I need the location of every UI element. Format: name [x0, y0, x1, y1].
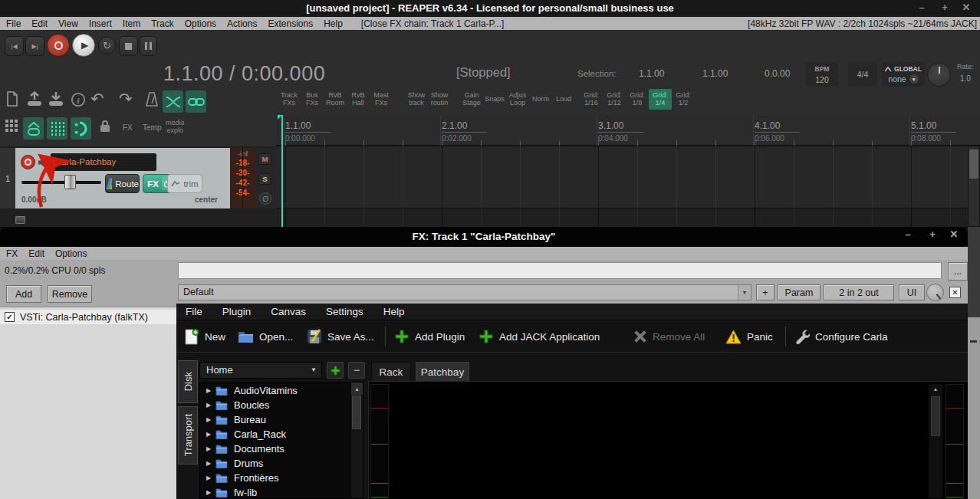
fx-menu-options[interactable]: Options: [55, 248, 87, 259]
ui-toggle-button[interactable]: UI: [899, 284, 925, 300]
track-folder-icon[interactable]: [15, 216, 25, 224]
toggle-grid-1-12[interactable]: Grid:1/12: [603, 89, 626, 107]
toggle-mast-fxs[interactable]: MastFXs: [370, 89, 393, 107]
carla-panic-button[interactable]: Panic: [725, 325, 773, 348]
stop-button[interactable]: [119, 36, 138, 56]
location-dropdown-icon[interactable]: ▼: [311, 363, 317, 378]
toggle-rvb-room[interactable]: RvBRoom: [324, 89, 347, 107]
expand-icon[interactable]: ▶: [206, 402, 215, 409]
fx-maximize-button[interactable]: +: [925, 227, 940, 244]
phase-button[interactable]: ∅: [259, 192, 271, 205]
expand-icon[interactable]: ▶: [206, 445, 215, 452]
route-button[interactable]: Route: [105, 174, 140, 193]
expand-icon[interactable]: ▶: [206, 387, 215, 394]
open-project-icon[interactable]: [26, 91, 43, 108]
tab-patchbay-active[interactable]: Patchbay: [416, 362, 469, 382]
track-pan-value[interactable]: center: [183, 195, 218, 204]
patchbay-canvas[interactable]: ▲: [368, 381, 968, 499]
transport-time-display[interactable]: 1.1.00 / 0:00.000: [163, 62, 325, 86]
toggle-grid-1-8[interactable]: Grid:1/8: [626, 89, 649, 107]
carla-add-plugin-button[interactable]: Add Plugin: [394, 325, 465, 348]
grid-lines-icon[interactable]: [47, 117, 67, 140]
fx-minimize-button[interactable]: –: [900, 227, 916, 244]
undo-icon[interactable]: ↶: [90, 90, 104, 108]
toggle-rvb-hall[interactable]: RvBHall: [347, 89, 370, 107]
selection-end[interactable]: 1.1.00: [702, 68, 728, 79]
tree-item-drums[interactable]: ▶Drums: [200, 456, 352, 471]
repeat-button[interactable]: ↻: [98, 37, 116, 54]
fx-more-button[interactable]: ...: [948, 262, 968, 281]
toggle-grid-1-2[interactable]: Grid:1/2: [672, 89, 695, 107]
remove-location-button[interactable]: −: [348, 362, 365, 379]
carla-open-button[interactable]: Open...: [238, 325, 293, 348]
toggle-adjust-loop[interactable]: AdjusLoop: [506, 89, 529, 107]
selection-start[interactable]: 1.1.00: [639, 68, 664, 79]
go-to-end-button[interactable]: ▶|: [25, 36, 44, 56]
param-button[interactable]: Param: [778, 284, 821, 300]
scrollbar-thumb[interactable]: [352, 396, 361, 429]
global-automation-box[interactable]: GLOBAL none ▼: [882, 62, 925, 87]
tree-item-audiovitamins[interactable]: ▶AudioVitamins: [200, 383, 352, 398]
carla-remove-all-button[interactable]: Remove All: [633, 325, 705, 348]
track-meter[interactable]: -inf -18- -30- -42- -54-: [230, 148, 255, 208]
menu-track[interactable]: Track: [151, 18, 174, 29]
toggle-track-fxs[interactable]: TrackFXs: [278, 89, 301, 107]
scroll-up-icon[interactable]: ▲: [929, 384, 942, 394]
save-project-icon[interactable]: [48, 91, 64, 108]
time-signature-box[interactable]: 4/4: [848, 62, 877, 87]
scrollbar-thumb[interactable]: [931, 396, 940, 436]
tab-rack[interactable]: Rack: [371, 362, 411, 382]
fx-remove-button[interactable]: Remove: [48, 285, 92, 303]
fx-chain-item[interactable]: ✓ VSTi: Carla-Patchbay (falkTX): [0, 310, 176, 324]
fx-close-button[interactable]: ✕: [946, 227, 962, 244]
menu-actions[interactable]: Actions: [227, 18, 257, 29]
envelope-link-icon[interactable]: [23, 117, 44, 140]
canvas-scrollbar[interactable]: ▲: [929, 384, 942, 498]
tree-item-carla-rack[interactable]: ▶Carla_Rack: [200, 427, 352, 442]
carla-menu-settings[interactable]: Settings: [326, 306, 363, 317]
bypass-checkbox[interactable]: ✕: [949, 287, 961, 298]
fx-window-titlebar[interactable]: FX: Track 1 "Carla-Patchbay" – + ✕: [0, 227, 968, 247]
window-minimize-button[interactable]: –: [914, 0, 929, 17]
tempo-shortcut-label[interactable]: Temp: [143, 123, 161, 132]
toggle-bus-fxs[interactable]: BusFXs: [301, 89, 324, 107]
timeline-ruler[interactable]: 1.1.000:00.000 2.1.000:02.000 3.1.000:04…: [276, 115, 980, 146]
fx-chain-list[interactable]: ✓ VSTi: Carla-Patchbay (falkTX): [0, 307, 176, 499]
toggle-grid-1-16[interactable]: Grid:1/16: [580, 89, 603, 107]
carla-menu-plugin[interactable]: Plugin: [222, 306, 252, 317]
fx-add-button[interactable]: Add: [6, 285, 41, 303]
location-dropdown[interactable]: Home ▼: [199, 362, 322, 379]
toggle-show-track[interactable]: Showtrack: [405, 89, 428, 107]
scrollbar-thumb[interactable]: [969, 149, 978, 179]
expand-icon[interactable]: ▶: [206, 474, 215, 481]
carla-menu-help[interactable]: Help: [383, 306, 405, 317]
rate-value[interactable]: 1.0: [960, 74, 971, 83]
io-routing-button[interactable]: 2 in 2 out: [824, 284, 894, 300]
arrange-vertical-scrollbar[interactable]: [968, 146, 980, 227]
tree-item-fw-lib[interactable]: ▶fw-lib: [200, 485, 352, 499]
toggle-loud[interactable]: Loud: [552, 89, 575, 103]
media-explorer-label[interactable]: mediaexplo: [166, 119, 185, 134]
redo-icon[interactable]: ↷: [119, 90, 133, 108]
carla-menu-canvas[interactable]: Canvas: [271, 306, 306, 317]
tree-item-frontieres[interactable]: ▶Frontières: [200, 471, 352, 485]
menu-extensions[interactable]: Extensions: [268, 18, 313, 29]
carla-configure-button[interactable]: Configure Carla: [794, 325, 888, 348]
global-dropdown-icon[interactable]: ▼: [909, 74, 919, 84]
new-project-icon[interactable]: [6, 91, 18, 107]
tab-disk[interactable]: Disk: [178, 360, 198, 403]
project-settings-icon[interactable]: i: [71, 92, 86, 107]
playrate-knob[interactable]: [927, 63, 951, 87]
carla-save-as-button[interactable]: Save As...: [307, 325, 374, 348]
toggle-norm[interactable]: Norm: [529, 89, 552, 103]
menu-item[interactable]: Item: [123, 18, 140, 29]
expand-icon[interactable]: ▶: [206, 416, 215, 423]
wet-dry-knob[interactable]: [926, 284, 944, 301]
pause-button[interactable]: [140, 36, 157, 56]
menu-edit[interactable]: Edit: [31, 18, 48, 29]
play-button[interactable]: ▶: [72, 34, 95, 57]
bpm-value[interactable]: 120: [815, 75, 829, 84]
track-lane[interactable]: [276, 147, 980, 208]
menu-insert[interactable]: Insert: [89, 18, 112, 29]
window-maximize-button[interactable]: +: [937, 0, 952, 17]
